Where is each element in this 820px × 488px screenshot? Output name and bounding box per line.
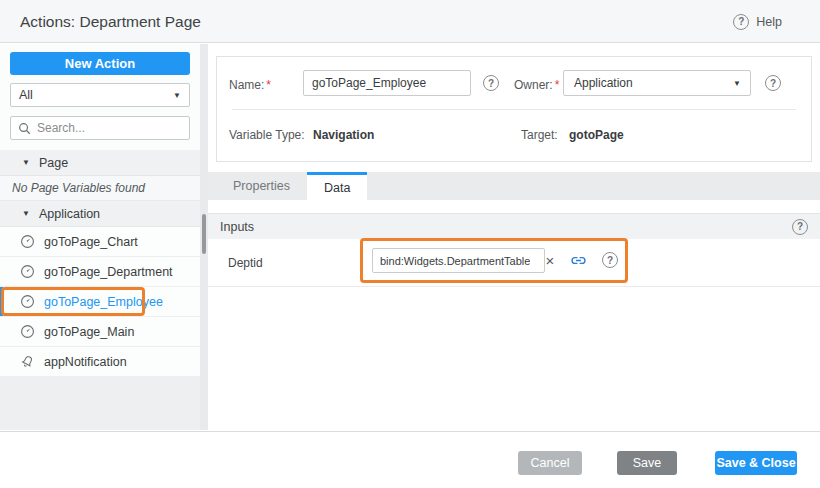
actions-dialog: Actions: Department Page ? Help New Acti… xyxy=(0,0,820,488)
sidebar-search[interactable] xyxy=(10,116,190,140)
deptid-bind-input[interactable] xyxy=(372,248,545,273)
owner-selected-value: Application xyxy=(574,76,633,90)
navigation-icon xyxy=(20,234,35,249)
sidebar-item-gotopage-employee[interactable]: goToPage_Employee xyxy=(0,287,200,317)
navigation-icon xyxy=(20,294,35,309)
action-summary-panel: Name:* ? Owner:* Application ▼ ? Variabl… xyxy=(216,56,812,162)
owner-help-icon[interactable]: ? xyxy=(765,75,781,91)
inputs-section-header: Inputs ? xyxy=(208,213,820,239)
required-asterisk: * xyxy=(266,78,271,92)
tab-bar: Properties Data xyxy=(208,172,820,200)
sidebar-item-gotopage-chart[interactable]: goToPage_Chart xyxy=(0,227,200,257)
target-value: gotoPage xyxy=(569,128,624,142)
input-row-deptid: Deptid × ? xyxy=(208,239,820,287)
filter-selected-value: All xyxy=(19,88,33,102)
name-input[interactable] xyxy=(303,70,471,96)
tree-item-label: appNotification xyxy=(44,355,127,369)
sidebar-item-appnotification[interactable]: appNotification xyxy=(0,347,200,377)
tree-group-application[interactable]: ▼ Application xyxy=(0,201,200,227)
page-title: Actions: Department Page xyxy=(20,0,201,43)
sidebar-item-gotopage-main[interactable]: goToPage_Main xyxy=(0,317,200,347)
link-icon xyxy=(570,252,587,269)
bind-button[interactable] xyxy=(570,252,587,269)
cancel-button[interactable]: Cancel xyxy=(518,451,582,475)
panel-divider xyxy=(232,109,796,110)
scrollbar-thumb[interactable] xyxy=(202,214,206,254)
clear-binding-button[interactable]: × xyxy=(541,248,559,273)
tree-item-label: goToPage_Chart xyxy=(44,235,138,249)
sidebar-controls: New Action All ▼ xyxy=(0,44,200,150)
notification-icon xyxy=(20,354,35,369)
save-and-close-button[interactable]: Save & Close xyxy=(715,451,797,475)
tree-group-page[interactable]: ▼ Page xyxy=(0,150,200,176)
target-label: Target: xyxy=(521,128,558,142)
variable-type-value: Navigation xyxy=(313,128,374,142)
name-label: Name:* xyxy=(229,78,271,92)
selection-indicator xyxy=(0,287,3,316)
help-label: Help xyxy=(756,15,782,29)
new-action-button[interactable]: New Action xyxy=(10,52,190,75)
sidebar-item-gotopage-department[interactable]: goToPage_Department xyxy=(0,257,200,287)
navigation-icon xyxy=(20,324,35,339)
dropdown-caret-icon: ▼ xyxy=(173,91,181,100)
dialog-footer: Cancel Save Save & Close xyxy=(0,431,820,488)
required-asterisk: * xyxy=(555,78,560,92)
navigation-icon xyxy=(20,264,35,279)
sidebar-scrollbar[interactable] xyxy=(200,44,208,430)
tree-item-label: goToPage_Employee xyxy=(44,295,163,309)
collapse-caret-icon: ▼ xyxy=(22,158,30,167)
actions-sidebar: New Action All ▼ ▼ Page No Page Variable… xyxy=(0,44,200,430)
owner-select[interactable]: Application ▼ xyxy=(563,70,751,96)
collapse-caret-icon: ▼ xyxy=(22,209,30,218)
tab-data[interactable]: Data xyxy=(307,172,367,200)
action-filter-select[interactable]: All ▼ xyxy=(10,83,190,107)
tab-properties[interactable]: Properties xyxy=(216,172,307,200)
tree-item-label: goToPage_Main xyxy=(44,325,134,339)
inputs-help-icon[interactable]: ? xyxy=(792,219,808,235)
help-button[interactable]: ? Help xyxy=(733,0,782,43)
clear-icon: × xyxy=(546,252,555,269)
variable-type-label: Variable Type: xyxy=(229,128,305,142)
save-button[interactable]: Save xyxy=(617,451,677,475)
tree-item-label: goToPage_Department xyxy=(44,265,173,279)
tree-empty-message: No Page Variables found xyxy=(0,176,200,201)
search-icon xyxy=(18,122,31,135)
search-input[interactable] xyxy=(37,121,182,135)
deptid-help-icon[interactable]: ? xyxy=(602,252,618,268)
inputs-title: Inputs xyxy=(220,220,254,234)
owner-label: Owner:* xyxy=(514,78,559,92)
dropdown-caret-icon: ▼ xyxy=(733,79,741,88)
dialog-header: Actions: Department Page ? Help xyxy=(0,0,820,43)
help-icon: ? xyxy=(733,14,749,30)
deptid-label: Deptid xyxy=(228,256,263,270)
name-help-icon[interactable]: ? xyxy=(483,75,499,91)
main-panel: Name:* ? Owner:* Application ▼ ? Variabl… xyxy=(208,44,820,430)
tree-group-label: Page xyxy=(39,156,68,170)
tree-group-label: Application xyxy=(39,207,100,221)
